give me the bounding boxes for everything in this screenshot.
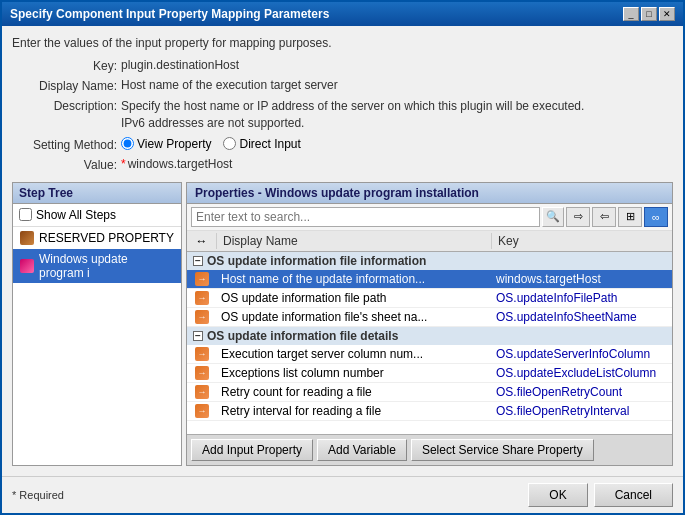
form-section: Key: plugin.destinationHost Display Name… <box>12 58 673 172</box>
properties-table: ↔ Display Name Key − OS update informati… <box>187 231 672 434</box>
row-indent <box>187 366 217 380</box>
key-cell: OS.updateInfoFilePath <box>492 289 672 307</box>
close-button[interactable]: ✕ <box>659 7 675 21</box>
add-input-property-button[interactable]: Add Input Property <box>191 439 313 461</box>
window-controls: _ □ ✕ <box>623 7 675 21</box>
col-display-header: Display Name <box>217 233 492 249</box>
group2-collapse-icon[interactable]: − <box>193 331 203 341</box>
select-service-share-button[interactable]: Select Service Share Property <box>411 439 594 461</box>
toolbar-btn-2[interactable]: ⇦ <box>592 207 616 227</box>
table-row[interactable]: Retry count for reading a file OS.fileOp… <box>187 383 672 402</box>
row-indent <box>187 347 217 361</box>
display-cell: OS update information file's sheet na... <box>217 308 492 326</box>
description-label: Description: <box>12 98 117 113</box>
display-cell: Host name of the update information... <box>217 270 492 288</box>
key-value: plugin.destinationHost <box>121 58 239 72</box>
direct-input-radio[interactable] <box>223 137 236 150</box>
key-label: Key: <box>12 58 117 73</box>
display-name-label: Display Name: <box>12 78 117 93</box>
row-indent <box>187 385 217 399</box>
row-type-icon <box>195 272 209 286</box>
setting-method-label: Setting Method: <box>12 137 117 152</box>
view-property-radio-item: View Property <box>121 137 211 151</box>
search-button[interactable]: 🔍 <box>542 207 564 227</box>
reserved-label: RESERVED PROPERTY <box>39 231 174 245</box>
toolbar-btn-3[interactable]: ⊞ <box>618 207 642 227</box>
view-property-radio[interactable] <box>121 137 134 150</box>
display-cell: OS update information file path <box>217 289 492 307</box>
toolbar-btn-1[interactable]: ⇨ <box>566 207 590 227</box>
row-indent <box>187 291 217 305</box>
group1-label: OS update information file information <box>207 254 426 268</box>
row-type-icon <box>195 404 209 418</box>
search-toolbar: 🔍 ⇨ ⇦ ⊞ ∞ <box>187 204 672 231</box>
window-content: Enter the values of the input property f… <box>2 26 683 476</box>
window-footer: * Required OK Cancel <box>2 476 683 513</box>
search-input[interactable] <box>191 207 540 227</box>
show-all-steps-row[interactable]: Show All Steps <box>13 204 181 227</box>
group1-header[interactable]: − OS update information file information <box>187 252 672 270</box>
row-type-icon <box>195 366 209 380</box>
ok-button[interactable]: OK <box>528 483 587 507</box>
column-headers: ↔ Display Name Key <box>187 231 672 252</box>
table-row[interactable]: Retry interval for reading a file OS.fil… <box>187 402 672 421</box>
view-property-label: View Property <box>137 137 211 151</box>
direct-input-label: Direct Input <box>239 137 300 151</box>
bottom-action-buttons: Add Input Property Add Variable Select S… <box>187 434 672 465</box>
step-icon-shape <box>20 259 34 273</box>
display-cell: Execution target server column num... <box>217 345 492 363</box>
reserved-icon-shape <box>20 231 34 245</box>
table-row[interactable]: Execution target server column num... OS… <box>187 345 672 364</box>
footer-buttons: OK Cancel <box>528 483 673 507</box>
row-type-icon <box>195 385 209 399</box>
properties-panel: Properties - Windows update program inst… <box>186 182 673 466</box>
setting-method-row: Setting Method: View Property Direct Inp… <box>12 137 673 152</box>
description-value: Specify the host name or IP address of t… <box>121 98 601 132</box>
row-type-icon <box>195 310 209 324</box>
table-row[interactable]: OS update information file's sheet na...… <box>187 308 672 327</box>
key-cell: OS.fileOpenRetryInterval <box>492 402 672 420</box>
key-cell: OS.updateInfoSheetName <box>492 308 672 326</box>
display-cell: Exceptions list column number <box>217 364 492 382</box>
table-row[interactable]: Exceptions list column number OS.updateE… <box>187 364 672 383</box>
description-row: Description: Specify the host name or IP… <box>12 98 673 132</box>
show-all-checkbox[interactable] <box>19 208 32 221</box>
display-name-row: Display Name: Host name of the execution… <box>12 78 673 93</box>
tree-item-reserved[interactable]: RESERVED PROPERTY <box>13 227 181 249</box>
value-row: Value: *windows.targetHost <box>12 157 673 172</box>
row-indent <box>187 310 217 324</box>
row-type-icon <box>195 347 209 361</box>
key-cell: windows.targetHost <box>492 270 672 288</box>
key-cell: OS.updateExcludeListColumn <box>492 364 672 382</box>
required-note: * Required <box>12 489 64 501</box>
table-row[interactable]: OS update information file path OS.updat… <box>187 289 672 308</box>
maximize-button[interactable]: □ <box>641 7 657 21</box>
display-cell: Retry interval for reading a file <box>217 402 492 420</box>
main-window: Specify Component Input Property Mapping… <box>0 0 685 515</box>
reserved-tree-icon <box>19 230 35 246</box>
group2-header[interactable]: − OS update information file details <box>187 327 672 345</box>
key-cell: OS.updateServerInfoColumn <box>492 345 672 363</box>
description-section: Enter the values of the input property f… <box>12 36 673 50</box>
cancel-button[interactable]: Cancel <box>594 483 673 507</box>
show-all-label: Show All Steps <box>36 208 116 222</box>
key-cell: OS.fileOpenRetryCount <box>492 383 672 401</box>
toolbar-btn-4[interactable]: ∞ <box>644 207 668 227</box>
table-row[interactable]: Host name of the update information... w… <box>187 270 672 289</box>
row-indent <box>187 272 217 286</box>
minimize-button[interactable]: _ <box>623 7 639 21</box>
radio-group: View Property Direct Input <box>121 137 301 151</box>
description-text: Enter the values of the input property f… <box>12 36 332 50</box>
col-key-header: Key <box>492 233 672 249</box>
group2-label: OS update information file details <box>207 329 398 343</box>
tree-item-windows-update[interactable]: Windows update program i <box>13 249 181 283</box>
group1-collapse-icon[interactable]: − <box>193 256 203 266</box>
title-bar: Specify Component Input Property Mapping… <box>2 2 683 26</box>
col-arrow-header: ↔ <box>187 233 217 249</box>
display-name-value: Host name of the execution target server <box>121 78 338 92</box>
step-tree-icon <box>19 258 35 274</box>
add-variable-button[interactable]: Add Variable <box>317 439 407 461</box>
direct-input-radio-item: Direct Input <box>223 137 300 151</box>
row-type-icon <box>195 291 209 305</box>
row-indent <box>187 404 217 418</box>
